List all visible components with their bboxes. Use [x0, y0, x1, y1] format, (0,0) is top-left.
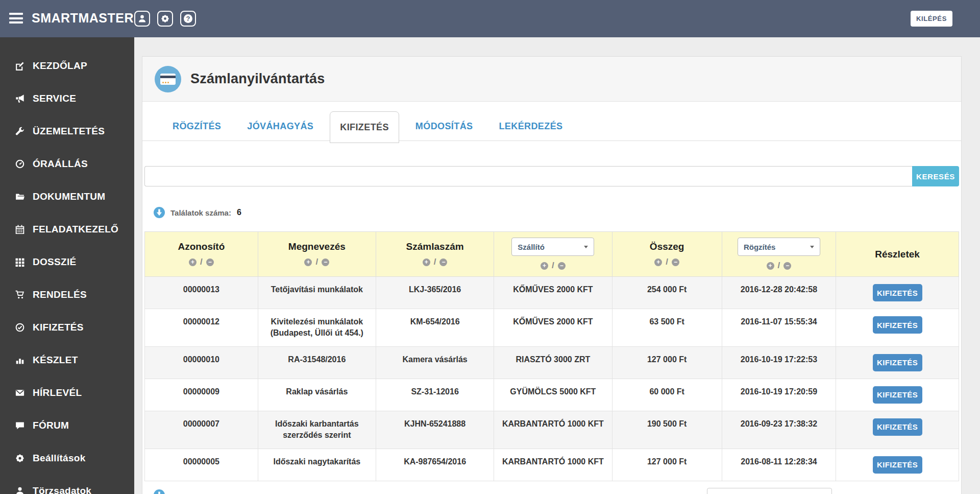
- next-section-partial: [144, 489, 959, 494]
- szallito-filter-select[interactable]: Szállító: [511, 238, 594, 256]
- down-arrow-circle-icon: [154, 207, 165, 218]
- sidebar-item-oraallas[interactable]: ÓRAÁLLÁS: [0, 148, 134, 180]
- sort-separator: [434, 257, 436, 267]
- cell-szallito: KŐMŰVES 2000 KFT: [494, 309, 612, 347]
- kifizetes-button[interactable]: KIFIZETÉS: [873, 354, 922, 371]
- cell-rogzites: 2016-12-28 20:42:58: [722, 277, 836, 309]
- sidebar-item-service[interactable]: SERVICE: [0, 82, 134, 115]
- profile-button[interactable]: [134, 11, 150, 27]
- table-header-row: Azonosító Megnevezés Számlaszám: [145, 232, 959, 277]
- cell-szamlaszam: Kamera vásárlás: [376, 346, 494, 379]
- gear-icon: [161, 14, 169, 23]
- search-input[interactable]: [144, 166, 912, 186]
- tab-content: KERESÉS Találatok száma: 6 Azonosító: [142, 166, 961, 494]
- cell-szamlaszam: KJHN-65241888: [376, 411, 494, 449]
- sidebar-item-dosszie[interactable]: DOSSZIÉ: [0, 246, 134, 278]
- help-button[interactable]: [180, 11, 196, 27]
- bottom-partial-dropdown[interactable]: [707, 488, 832, 494]
- kifizetes-button[interactable]: KIFIZETÉS: [873, 418, 922, 436]
- column-header-szallito: Szállító: [494, 232, 612, 277]
- page-title: Számlanyilvántartás: [190, 71, 325, 87]
- cell-szallito: GYÜMÖLCS 5000 KFT: [494, 379, 612, 411]
- column-header-azonosito: Azonosító: [145, 232, 258, 277]
- sidebar-item-torzsadatok[interactable]: Törzsadatok: [0, 475, 134, 494]
- table-row: 00000012 Kivitelezési munkálatok (Budape…: [145, 309, 959, 347]
- tab-jovahagyas[interactable]: JÓVÁHAGYÁS: [237, 112, 323, 140]
- sidebar-item-rendeles[interactable]: RENDELÉS: [0, 278, 134, 311]
- results-summary: Találatok száma: 6: [144, 207, 959, 218]
- edit-icon: [15, 61, 24, 70]
- sidebar-item-dokumentum[interactable]: DOKUMENTUM: [0, 180, 134, 213]
- table-row: 00000010 RA-31548/2016 Kamera vásárlás R…: [145, 346, 959, 379]
- column-header-szamlaszam: Számlaszám: [376, 232, 494, 277]
- sort-desc-button[interactable]: [672, 258, 679, 266]
- gear-icon: [15, 454, 24, 463]
- sidebar-item-hirlevel[interactable]: HÍRLEVÉL: [0, 377, 134, 409]
- rogzites-filter-select[interactable]: Rögzítés: [738, 238, 820, 256]
- tab-lekerdezes[interactable]: LEKÉRDEZÉS: [489, 112, 572, 140]
- top-header: SMARTMASTER KILÉPÉS: [0, 0, 980, 37]
- sort-desc-button[interactable]: [206, 258, 214, 266]
- sidebar-item-beallitasok[interactable]: Beállítások: [0, 442, 134, 475]
- cell-megnevezes: Időszaki nagytakarítás: [258, 449, 376, 481]
- sort-asc-button[interactable]: [654, 258, 662, 266]
- tab-rogzites[interactable]: RÖGZÍTÉS: [163, 112, 231, 140]
- search-button[interactable]: KERESÉS: [912, 166, 959, 186]
- cell-szamlaszam: LKJ-365/2016: [376, 277, 494, 309]
- chevron-down-icon: [810, 246, 814, 248]
- settings-button[interactable]: [157, 11, 173, 27]
- logout-button[interactable]: KILÉPÉS: [911, 11, 952, 27]
- app-brand: SMARTMASTER: [32, 11, 134, 26]
- sort-desc-button[interactable]: [783, 262, 791, 270]
- cell-azonosito: 00000013: [145, 277, 258, 309]
- cell-szamlaszam: KA-987654/2016: [376, 449, 494, 481]
- sort-desc-button[interactable]: [322, 258, 329, 266]
- cell-osszeg: 254 000 Ft: [612, 277, 722, 309]
- sidebar-item-forum[interactable]: FÓRUM: [0, 409, 134, 442]
- cell-osszeg: 60 000 Ft: [612, 379, 722, 411]
- cell-szamlaszam: SZ-31-12016: [376, 379, 494, 411]
- tab-kifizetes[interactable]: KIFIZETÉS: [330, 111, 399, 143]
- kifizetes-button[interactable]: KIFIZETÉS: [873, 284, 922, 301]
- cell-megnevezes: Kivitelezési munkálatok (Budapest, Üllői…: [258, 309, 376, 347]
- megaphone-icon: [15, 94, 24, 103]
- sort-asc-button[interactable]: [767, 262, 774, 270]
- bar-chart-icon: [15, 356, 24, 365]
- chat-icon: [15, 421, 24, 430]
- results-label: Találatok száma:: [170, 208, 231, 217]
- kifizetes-button[interactable]: KIFIZETÉS: [873, 316, 922, 334]
- sidebar-item-kifizetes[interactable]: KIFIZETÉS: [0, 311, 134, 344]
- question-icon: [184, 14, 192, 23]
- sort-asc-button[interactable]: [189, 258, 197, 266]
- cell-rogzites: 2016-09-23 17:38:32: [722, 411, 836, 449]
- wrench-icon: [15, 127, 24, 136]
- cell-rogzites: 2016-10-19 17:20:59: [722, 379, 836, 411]
- cell-rogzites: 2016-10-19 17:22:53: [722, 346, 836, 379]
- menu-icon[interactable]: [9, 13, 23, 24]
- sort-asc-button[interactable]: [304, 258, 312, 266]
- sort-separator: [778, 261, 780, 271]
- cell-szamlaszam: KM-654/2016: [376, 309, 494, 347]
- search-bar: KERESÉS: [144, 166, 959, 186]
- sort-asc-button[interactable]: [541, 262, 548, 270]
- cell-azonosito: 00000005: [145, 449, 258, 481]
- sort-desc-button[interactable]: [558, 262, 566, 270]
- kifizetes-button[interactable]: KIFIZETÉS: [873, 456, 922, 474]
- sidebar-item-feladatkezelo[interactable]: FELADATKEZELŐ: [0, 213, 134, 246]
- cart-icon: [15, 290, 24, 299]
- sidebar-item-kezdolap[interactable]: KEZDŐLAP: [0, 50, 134, 82]
- sidebar-item-keszlet[interactable]: KÉSZLET: [0, 344, 134, 377]
- sidebar-item-uzemeltetes[interactable]: ÜZEMELTETÉS: [0, 115, 134, 148]
- column-header-reszletek: Részletek: [836, 232, 959, 277]
- cell-rogzites: 2016-11-07 15:55:34: [722, 309, 836, 347]
- sort-desc-button[interactable]: [439, 258, 447, 266]
- cell-azonosito: 00000012: [145, 309, 258, 347]
- cell-szallito: KŐMŰVES 2000 KFT: [494, 277, 612, 309]
- check-circle-icon: [15, 323, 24, 332]
- cell-szallito: KARBANTARTÓ 1000 KFT: [494, 411, 612, 449]
- kifizetes-button[interactable]: KIFIZETÉS: [873, 386, 922, 404]
- invoice-panel: Számlanyilvántartás RÖGZÍTÉS JÓVÁHAGYÁS …: [142, 56, 962, 494]
- tab-modositas[interactable]: MÓDOSÍTÁS: [406, 112, 483, 140]
- sort-asc-button[interactable]: [423, 258, 430, 266]
- user-icon: [15, 486, 24, 494]
